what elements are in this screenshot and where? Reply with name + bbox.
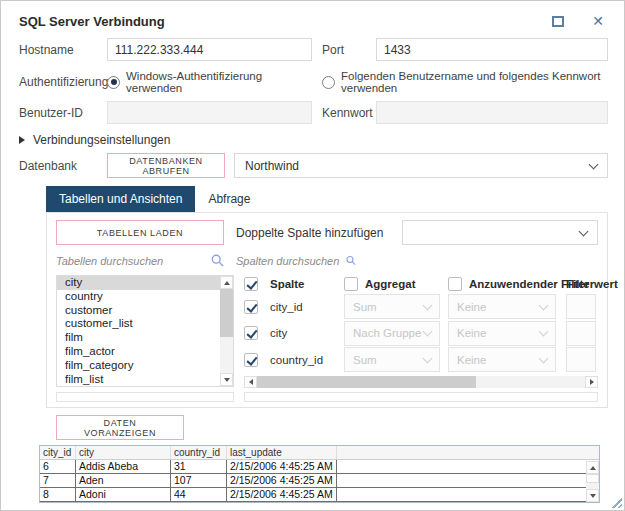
scroll-down-icon[interactable] [220, 373, 233, 386]
table-row: 7 Aden 107 2/15/2006 4:45:25 AM [40, 474, 599, 488]
duplicate-column-select[interactable] [402, 220, 598, 245]
preview-scrollbar[interactable] [586, 461, 599, 502]
filter-value-input [566, 347, 596, 372]
tables-list-scrollbar[interactable] [220, 276, 233, 386]
radio-windows-auth-label: Windows-Authentifizierung verwenden [126, 70, 312, 94]
filter-checkbox[interactable] [448, 277, 462, 291]
columns-grid-hscrollbar[interactable] [244, 376, 598, 388]
columns-grid-header: Spalte Aggregat Anzuwendender Filter Fil… [244, 275, 598, 293]
chevron-down-icon [579, 226, 589, 236]
cell-last-update: 2/15/2006 4:45:25 AM [227, 474, 337, 488]
preview-col-last-update: last_update [227, 446, 337, 459]
chevron-down-icon [539, 327, 549, 337]
radio-selected-icon[interactable] [107, 76, 120, 89]
cell-last-update: 2/15/2006 4:45:25 AM [227, 460, 337, 474]
hostname-label: Hostname [19, 43, 107, 57]
list-item-film-actor[interactable]: film_actor [57, 345, 220, 359]
filter-select-disabled: Keine [448, 347, 556, 372]
database-select-value: Northwind [245, 159, 299, 173]
scrollbar-thumb[interactable] [586, 474, 599, 483]
column-name: country_id [270, 354, 344, 366]
chevron-down-icon [589, 159, 599, 169]
column-header-aggregat: Aggregat [365, 278, 415, 290]
scroll-up-icon[interactable] [586, 461, 599, 474]
scrollbar-thumb[interactable] [220, 289, 233, 337]
filter-select-disabled: Keine [448, 294, 556, 319]
column-row-city: city Nach Gruppe Keine [244, 320, 598, 347]
port-input[interactable] [376, 38, 608, 61]
dialog-title: SQL Server Verbindung [19, 14, 552, 29]
chevron-down-icon [539, 300, 549, 310]
panel-body: city country customer customer_list film… [56, 275, 598, 402]
list-item-city[interactable]: city [57, 276, 220, 290]
preview-data-button[interactable]: DATEN VORANZEIGEN [56, 415, 184, 440]
filter-select-disabled: Keine [448, 321, 556, 346]
tab-tables-and-views[interactable]: Tabellen und Ansichten [46, 186, 195, 212]
data-preview-grid: city_id city country_id last_update 6 Ad… [39, 445, 600, 503]
table-row: 8 Adoni 44 2/15/2006 4:45:25 AM [40, 488, 599, 502]
list-item-country[interactable]: country [57, 290, 220, 304]
user-id-input [107, 101, 312, 124]
hostname-input[interactable] [107, 38, 312, 61]
filter-value-input [566, 294, 596, 319]
cell-city-id: 7 [40, 474, 76, 488]
scroll-left-icon[interactable] [244, 376, 257, 388]
authentication-options: Windows-Authentifizierung verwenden Folg… [107, 70, 608, 94]
radio-windows-auth[interactable]: Windows-Authentifizierung verwenden [107, 70, 312, 94]
row-checkbox[interactable] [244, 353, 258, 367]
cell-city: Aden [76, 474, 171, 488]
columns-grid-footer-strip [244, 392, 598, 402]
scroll-down-icon[interactable] [586, 489, 599, 502]
tab-query[interactable]: Abfrage [195, 186, 263, 212]
user-id-label: Benutzer-ID [19, 106, 107, 120]
search-columns-box [236, 254, 356, 267]
chevron-down-icon [539, 353, 549, 363]
aggregate-checkbox[interactable] [344, 277, 358, 291]
chevron-down-icon [423, 327, 433, 337]
list-item-film-category[interactable]: film_category [57, 359, 220, 373]
get-databases-button[interactable]: DATENBANKEN ABRUFEN [107, 153, 225, 178]
radio-credentials-auth-label: Folgenden Benutzername und folgendes Ken… [341, 70, 608, 94]
radio-unselected-icon[interactable] [322, 76, 335, 89]
password-input [376, 101, 608, 124]
cell-country-id: 31 [171, 460, 227, 474]
columns-grid-column: Spalte Aggregat Anzuwendender Filter Fil… [244, 275, 598, 402]
list-item-customer-list[interactable]: customer_list [57, 317, 220, 331]
list-item-film[interactable]: film [57, 331, 220, 345]
load-tables-button[interactable]: TABELLEN LADEN [56, 220, 224, 245]
row-checkbox[interactable] [244, 326, 258, 340]
column-row-city-id: city_id Sum Keine [244, 293, 598, 320]
connection-settings-expander[interactable]: Verbindungseinstellungen [19, 133, 608, 147]
cell-country-id: 44 [171, 488, 227, 502]
scroll-up-icon[interactable] [220, 276, 233, 289]
tables-panel: TABELLEN LADEN Doppelte Spalte hinzufüge… [46, 212, 608, 408]
cell-country-id: 107 [171, 474, 227, 488]
search-icon [346, 254, 356, 267]
search-row [56, 252, 598, 269]
scroll-right-icon[interactable] [585, 376, 598, 388]
cell-city-id: 6 [40, 460, 76, 474]
search-tables-box [56, 254, 224, 267]
row-checkbox[interactable] [244, 300, 258, 314]
database-select[interactable]: Northwind [234, 153, 608, 178]
radio-credentials-auth[interactable]: Folgenden Benutzername und folgendes Ken… [312, 70, 608, 94]
scrollbar-thumb[interactable] [257, 376, 476, 388]
cell-city-id: 8 [40, 488, 76, 502]
maximize-icon[interactable] [552, 16, 564, 27]
panel-top-row: TABELLEN LADEN Doppelte Spalte hinzufüge… [56, 220, 598, 245]
list-item-customer[interactable]: customer [57, 304, 220, 318]
close-icon[interactable]: ✕ [592, 14, 604, 28]
search-columns-input[interactable] [236, 255, 346, 267]
password-label: Kennwort [312, 106, 376, 120]
search-tables-input[interactable] [56, 255, 166, 267]
select-all-checkbox[interactable] [244, 277, 258, 291]
column-name: city [270, 327, 344, 339]
connection-settings-label: Verbindungseinstellungen [33, 133, 170, 147]
connection-form: Hostname Port Authentifizierung Windows-… [1, 38, 624, 511]
title-bar: SQL Server Verbindung ✕ [1, 1, 624, 31]
column-name: city_id [270, 301, 344, 313]
preview-col-country-id: country_id [171, 446, 227, 459]
cell-last-update: 2/15/2006 4:45:25 AM [227, 488, 337, 502]
list-item-film-list[interactable]: film_list [57, 373, 220, 387]
aggregate-select-disabled: Nach Gruppe [344, 321, 440, 346]
